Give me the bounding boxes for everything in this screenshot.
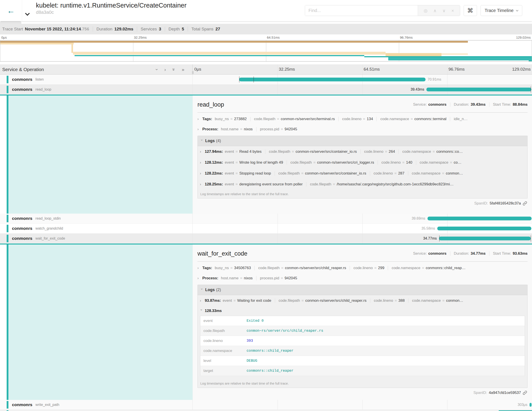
collapse-one-icon[interactable]: › <box>154 68 160 70</box>
trace-minimap[interactable] <box>0 40 532 61</box>
span-timeline-cell: 35.58ms <box>193 224 532 233</box>
logs-section: ›Logs(2) › 93.87ms: event=Waiting for ex… <box>198 285 528 388</box>
overview-start-time: Start Time:93.63ms <box>489 251 528 256</box>
minimap-span <box>441 54 468 55</box>
tick-label: 0μs <box>194 67 201 72</box>
collapse-all-icon[interactable]: » <box>171 68 176 71</box>
spacer <box>0 61 532 64</box>
detail-card-header: read_loop Service:conmonrs Duration:39.4… <box>198 98 528 111</box>
gantt-header: Service & Operation › › » » 0μs 32.25ms … <box>0 64 532 75</box>
link-icon[interactable] <box>523 201 527 206</box>
log-fields: event=Waiting for exit codecode.filepath… <box>223 298 467 303</box>
tick-label: 64.51ms <box>267 36 280 39</box>
log-entry[interactable]: › 93.87ms: event=Waiting for exit codeco… <box>198 295 527 306</box>
span-row-watch-grandchild[interactable]: conmonrs watch_grandchild 35.58ms <box>0 224 532 234</box>
kv-pair: code.namespace=conmon… <box>408 298 467 303</box>
find-input[interactable] <box>305 5 418 16</box>
tags-row[interactable]: › Tags: busy_ns=34506763code.filepath=co… <box>198 263 528 273</box>
collapse-header-button[interactable] <box>22 0 32 21</box>
span-name-cell: conmonrs wait_for_exit_code <box>0 234 193 243</box>
span-row-read-loop-stdin[interactable]: conmonrs read_loop_stdin 39.69ms <box>0 214 532 224</box>
table-row: code.namespaceconmonrs::child_reaper <box>200 346 525 356</box>
keyboard-shortcuts-button[interactable]: ⌘ <box>464 5 477 16</box>
span-bar[interactable] <box>426 88 531 91</box>
span-row-read-loop[interactable]: conmonrs read_loop 39.43ms <box>0 85 532 95</box>
caret-right-icon: › <box>200 150 203 154</box>
field-value: conmon−rs/server/src/child_reaper.rs <box>244 326 525 336</box>
view-selector-button[interactable]: Trace Timeline <box>481 5 522 16</box>
expand-all-icon[interactable]: » <box>182 67 184 72</box>
tick-label: 0μs <box>1 36 7 39</box>
prev-result-icon[interactable]: ∧ <box>433 9 437 13</box>
command-icon: ⌘ <box>467 7 473 14</box>
span-bar[interactable] <box>439 237 531 240</box>
trace-summary-bar: Trace Start November 15 2022, 11:24:14 .… <box>0 24 532 34</box>
service-operation-title: Service & Operation <box>2 67 156 72</box>
field-key: level <box>200 356 244 366</box>
duration-label: Duration <box>96 27 113 31</box>
trace-services: Services 3 <box>137 27 161 31</box>
gridline <box>362 85 362 94</box>
span-id-row: SpanID: 4a947cfd1ce59537 <box>198 388 528 396</box>
logs-count: (4) <box>216 138 221 143</box>
depth-value: 5 <box>182 27 184 31</box>
logs-header[interactable]: ›Logs(4) <box>198 136 527 146</box>
span-row-wait-for-exit-code[interactable]: conmonrs wait_for_exit_code 34.77ms <box>0 234 532 244</box>
logs-label: Logs <box>205 138 215 143</box>
tags-row[interactable]: › Tags: busy_ns=273882code.filepath=conm… <box>198 114 528 124</box>
field-value: Exited 0 <box>244 316 525 326</box>
link-icon[interactable] <box>523 391 527 395</box>
service-operation-header: Service & Operation › › » » <box>0 64 193 74</box>
span-bar[interactable] <box>239 78 426 81</box>
log-entry[interactable]: › 128.25ms: event=deregistering event so… <box>198 179 527 190</box>
trace-start: Trace Start November 15 2022, 11:24:14 .… <box>2 27 89 31</box>
clear-search-icon[interactable]: × <box>451 9 454 13</box>
duration-value: 129.02ms <box>114 27 133 31</box>
log-entry[interactable]: › 128.12ms: event=Wrote log line of leng… <box>198 157 527 168</box>
log-entry-expanded-header[interactable]: › 128.33ms <box>198 306 527 316</box>
expand-one-icon[interactable]: › <box>164 67 166 72</box>
trace-total-spans: Total Spans 27 <box>188 27 220 31</box>
field-key: code.filepath <box>200 326 244 336</box>
field-value: conmonrs::child_reaper <box>244 346 525 356</box>
span-bar[interactable] <box>530 403 532 407</box>
kv-pair: host.name=nixos <box>221 127 256 131</box>
minimap-scrubber-handle[interactable] <box>0 21 21 24</box>
span-row-listen[interactable]: conmonrs listen 70.91ms <box>0 75 532 85</box>
span-service: conmonrs <box>12 402 32 407</box>
gridline <box>277 214 278 223</box>
process-row[interactable]: › Process: host.name=nixosprocess.pid=94… <box>198 124 528 134</box>
kv-pair: busy_ns=34506763 <box>215 266 255 270</box>
span-duration: 35.58ms <box>421 226 435 230</box>
span-duration: 70.91ms <box>428 78 441 81</box>
process-list: host.name=nixosprocess.pid=942045 <box>221 276 301 280</box>
caret-right-icon: › <box>200 171 203 176</box>
span-row-write-exit-path[interactable]: conmonrs write_exit_path 303μs <box>0 400 532 410</box>
overview-duration: Duration:39.43ms <box>450 102 486 107</box>
target-icon[interactable]: ◎ <box>424 9 428 13</box>
services-label: Services <box>141 27 157 31</box>
span-color-indicator <box>7 401 9 409</box>
process-label: Process: <box>202 127 218 131</box>
gridline <box>277 224 278 233</box>
process-row[interactable]: › Process: host.name=nixosprocess.pid=94… <box>198 273 528 283</box>
span-bar[interactable] <box>437 227 531 230</box>
span-bar[interactable] <box>428 217 532 220</box>
log-entry[interactable]: › 127.94ms: event=Read 4 bytescode.filep… <box>198 146 527 157</box>
minimap-span <box>388 57 532 60</box>
logs-header[interactable]: ›Logs(2) <box>198 285 527 295</box>
next-result-icon[interactable]: ∨ <box>442 9 446 13</box>
trace-depth: Depth 5 <box>165 27 184 31</box>
tags-list: busy_ns=34506763code.filepath=conmon-rs/… <box>215 266 469 270</box>
divider <box>198 261 528 262</box>
span-name-cell: conmonrs watch_grandchild <box>0 224 193 233</box>
title-block: kubelet: runtime.v1.RuntimeService/Creat… <box>36 0 187 21</box>
log-marker <box>254 77 254 83</box>
caret-down-icon: › <box>200 288 204 292</box>
kv-pair: code.lineno=134 <box>338 117 377 121</box>
column-resize-grip[interactable] <box>192 71 193 74</box>
trace-id: d8a3a0c <box>36 10 187 15</box>
log-entry[interactable]: › 128.22ms: event=Stopping read loopcode… <box>198 168 527 179</box>
tick-label: 32.25ms <box>134 36 147 39</box>
back-button[interactable]: ← <box>0 0 22 21</box>
